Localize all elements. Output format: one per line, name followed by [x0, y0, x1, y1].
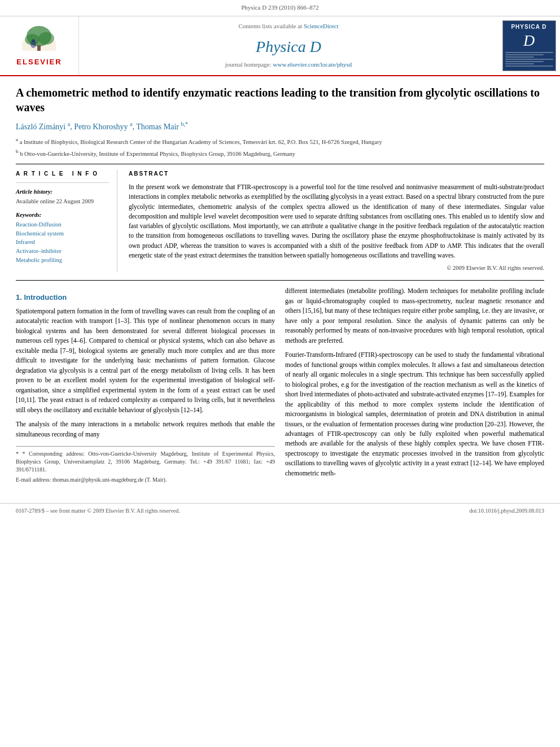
cover-decoration [505, 51, 553, 68]
copyright: © 2009 Elsevier B.V. All rights reserved… [129, 264, 544, 272]
footnote-2-text: E-mail address: thomas.mair@physik.uni-m… [16, 477, 167, 483]
author-3: Thomas Mair b,* [136, 123, 188, 131]
article-info-heading: A R T I C L E I N F O [16, 170, 109, 178]
journal-cover: PHYSICA D D [502, 20, 556, 71]
intro-para-2: The analysis of the many interactions in… [16, 420, 275, 439]
article-info-col: A R T I C L E I N F O Article history: A… [16, 170, 117, 273]
cover-line-2 [505, 54, 544, 55]
keywords-section: Keywords: Reaction-Diffusion Biochemical… [16, 211, 109, 265]
history-label: Article history: [16, 187, 109, 196]
cover-line-3 [505, 56, 534, 58]
cover-line-5 [505, 61, 544, 62]
abstract-col: ABSTRACT In the present work we demonstr… [129, 170, 544, 273]
cover-d: D [523, 33, 535, 49]
footnote-1-text: * Corresponding address: Otto-von-Gueric… [16, 451, 275, 473]
volume-info: Physica D 239 (2010) 866–872 [241, 4, 319, 11]
keyword-1: Reaction-Diffusion [16, 220, 109, 229]
affiliations: a a Institute of Biophysics, Biological … [16, 136, 544, 158]
keyword-5: Metabolic profiling [16, 256, 109, 265]
contents-label: Contents lists available at [238, 23, 302, 29]
keywords-label: Keywords: [16, 211, 109, 219]
intro-para-1: Spatiotemporal pattern formation in the … [16, 307, 275, 415]
available-online: Available online 22 August 2009 [16, 197, 109, 206]
article-columns: A R T I C L E I N F O Article history: A… [16, 170, 544, 273]
footnote-1: * * Corresponding address: Otto-von-Guer… [16, 450, 275, 474]
elsevier-tree-icon [16, 24, 62, 55]
header-center: Contents lists available at ScienceDirec… [79, 16, 498, 75]
journal-bar: Physica D 239 (2010) 866–872 [0, 0, 560, 16]
journal-cover-area: PHYSICA D D [498, 16, 560, 75]
abstract-divider [16, 280, 544, 281]
article-area: A chemometric method to identify enzymat… [0, 76, 560, 497]
cover-title: PHYSICA D [511, 23, 546, 32]
keyword-3: Infrared [16, 238, 109, 247]
footnotes: * * Corresponding address: Otto-von-Guer… [16, 446, 275, 484]
elsevier-logo: ELSEVIER [16, 24, 62, 68]
svg-point-6 [32, 39, 35, 42]
cover-line-4 [505, 59, 553, 60]
body-right-para-1: different intermediates (metabolite prof… [285, 286, 544, 346]
sciencedirect-link[interactable]: ScienceDirect [304, 23, 339, 29]
body-columns: 1. Introduction Spatiotemporal pattern f… [16, 286, 544, 486]
bottom-bar: 0167-2789/$ – see front matter © 2009 El… [0, 503, 560, 519]
article-title: A chemometric method to identify enzymat… [16, 85, 544, 115]
abstract-heading: ABSTRACT [129, 170, 544, 178]
issn-text: 0167-2789/$ – see front matter © 2009 El… [16, 507, 180, 516]
homepage-label: journal homepage: [225, 61, 272, 68]
info-divider [16, 182, 109, 183]
footnote-2: E-mail address: thomas.mair@physik.uni-m… [16, 476, 275, 484]
title-divider [16, 164, 544, 164]
body-col-left: 1. Introduction Spatiotemporal pattern f… [16, 286, 275, 486]
author-1: László Zimányi a [16, 123, 70, 131]
homepage-link[interactable]: www.elsevier.com/locate/physd [273, 61, 352, 68]
footnote-star: * [16, 451, 23, 457]
elsevier-logo-area: ELSEVIER [0, 16, 79, 75]
journal-homepage: journal homepage: www.elsevier.com/locat… [225, 60, 352, 69]
keyword-4: Activator–inhibitor [16, 247, 109, 256]
header-area: ELSEVIER Contents lists available at Sci… [0, 16, 560, 76]
elsevier-label: ELSEVIER [16, 57, 62, 68]
keyword-2: Biochemical system [16, 229, 109, 238]
affiliation-1: a a Institute of Biophysics, Biological … [16, 136, 544, 146]
body-col-right: different intermediates (metabolite prof… [285, 286, 544, 486]
svg-rect-4 [37, 45, 41, 51]
cover-line-1 [505, 52, 553, 53]
author-2: Petro Khoroshyy a [74, 123, 132, 131]
intro-heading: 1. Introduction [16, 292, 275, 303]
doi-text: doi:10.1016/j.physd.2009.08.013 [469, 507, 544, 516]
journal-title: Physica D [256, 36, 321, 59]
svg-point-3 [38, 32, 54, 45]
body-right-para-2: Fourier-Transform-Infrared (FTIR)-spectr… [285, 350, 544, 478]
authors-line: László Zimányi a, Petro Khoroshyy a, Tho… [16, 120, 544, 133]
affiliation-2: b b Otto-von-Guericke-University, Instit… [16, 148, 544, 158]
cover-line-7 [505, 65, 553, 67]
cover-line-6 [505, 63, 534, 64]
abstract-text: In the present work we demonstrate that … [129, 182, 544, 260]
sciencedirect-info: Contents lists available at ScienceDirec… [238, 22, 338, 31]
